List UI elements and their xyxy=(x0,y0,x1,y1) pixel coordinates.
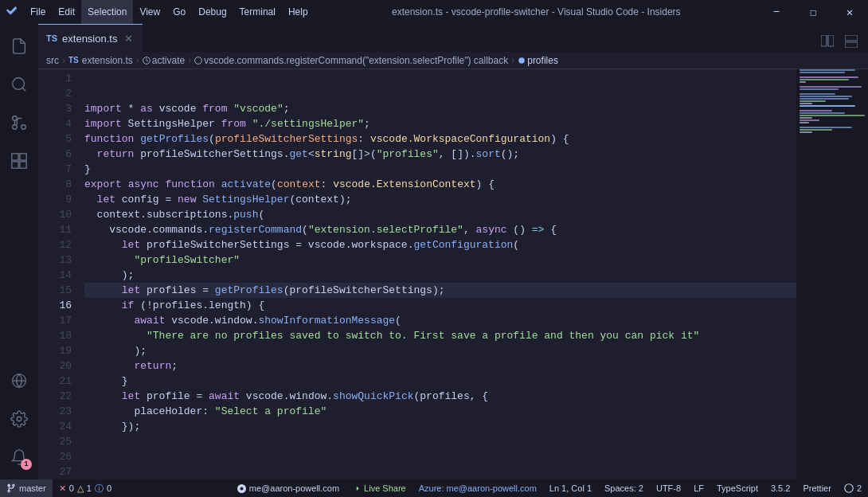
code-editor: 1234567891011121314151617181920212223242… xyxy=(38,69,868,479)
cursor-position[interactable]: Ln 1, Col 1 xyxy=(543,479,598,497)
line-ending-label: LF xyxy=(694,483,704,493)
svg-point-4 xyxy=(13,125,18,130)
menu-help[interactable]: Help xyxy=(282,0,315,24)
svg-point-17 xyxy=(845,484,854,493)
close-button[interactable]: ✕ xyxy=(831,0,868,24)
code-line-19: await vscode.window.showInformationMessa… xyxy=(84,313,796,328)
ts-version-label: 3.5.2 xyxy=(771,483,790,493)
activity-notifications[interactable]: 1 xyxy=(0,438,38,476)
position-label: Ln 1, Col 1 xyxy=(549,483,592,493)
breadcrumb-filename[interactable]: extension.ts xyxy=(82,55,133,66)
remote-label: 2 xyxy=(857,483,862,493)
breadcrumb-activate[interactable]: activate xyxy=(143,55,185,66)
code-line-1: import * as vscode from "vscode"; xyxy=(84,101,796,116)
menu-debug[interactable]: Debug xyxy=(192,0,233,24)
git-branch[interactable]: master xyxy=(0,479,53,497)
formatter-label: Prettier xyxy=(803,483,831,493)
svg-point-3 xyxy=(13,116,18,121)
maximize-button[interactable]: ☐ xyxy=(795,0,831,24)
warning-number: 1 xyxy=(87,483,92,493)
breadcrumb-profiles[interactable]: profiles xyxy=(518,55,558,66)
menu-edit[interactable]: Edit xyxy=(52,0,81,24)
breadcrumb: src › TS extension.ts › activate › vscod… xyxy=(38,52,868,69)
activity-extensions[interactable] xyxy=(0,142,38,180)
code-line-23: } xyxy=(84,374,796,389)
activity-remote[interactable] xyxy=(0,362,38,400)
split-editor-button[interactable] xyxy=(817,31,838,52)
code-line-5: return profileSwitcherSettings.get<strin… xyxy=(84,147,796,162)
svg-rect-8 xyxy=(20,162,26,168)
azure-label: Azure: me@aaron-powell.com xyxy=(419,483,537,493)
git-branch-name: master xyxy=(19,483,46,493)
code-content[interactable]: import * as vscode from "vscode";import … xyxy=(78,69,796,479)
code-line-20: "There are no profiles saved to switch t… xyxy=(84,328,796,343)
minimize-button[interactable]: − xyxy=(758,0,795,24)
app-icon xyxy=(0,0,24,24)
code-line-9: let config = new SettingsHelper(context)… xyxy=(84,192,796,207)
code-line-6: } xyxy=(84,162,796,177)
svg-point-9 xyxy=(17,417,22,421)
code-line-26: placeHolder: "Select a profile" xyxy=(84,404,796,419)
editor-area: TS extension.ts ✕ src › TS extension.ts … xyxy=(38,24,868,479)
layout-button[interactable] xyxy=(841,31,862,52)
minimap-preview xyxy=(800,69,865,134)
activity-search[interactable] xyxy=(0,65,38,104)
code-line-27: }); xyxy=(84,419,796,434)
remote-connection[interactable]: 2 xyxy=(838,479,868,497)
menu-file[interactable]: File xyxy=(24,0,52,24)
menu-view[interactable]: View xyxy=(133,0,166,24)
menu-terminal[interactable]: Terminal xyxy=(233,0,282,24)
svg-rect-7 xyxy=(12,162,18,168)
notification-count: 1 xyxy=(21,459,32,470)
language-mode[interactable]: TypeScript xyxy=(710,479,764,497)
line-ending[interactable]: LF xyxy=(687,479,710,497)
svg-rect-5 xyxy=(12,154,18,160)
titlebar: File Edit Selection View Go Debug Termin… xyxy=(0,0,868,24)
svg-point-16 xyxy=(518,57,525,64)
tab-filename: extension.ts xyxy=(62,33,117,45)
spaces-label: Spaces: 2 xyxy=(604,483,643,493)
ts-version[interactable]: 3.5.2 xyxy=(764,479,796,497)
tab-bar: TS extension.ts ✕ xyxy=(38,24,868,52)
formatter[interactable]: Prettier xyxy=(796,479,837,497)
code-line-16: let profiles = getProfiles(profileSwitch… xyxy=(84,283,796,298)
main-layout: 1 TS extension.ts ✕ src › TS ex xyxy=(0,24,868,479)
line-numbers: 1234567891011121314151617181920212223242… xyxy=(38,69,78,479)
info-number: 0 xyxy=(107,483,111,493)
activity-settings[interactable] xyxy=(0,400,38,438)
indentation[interactable]: Spaces: 2 xyxy=(598,479,650,497)
live-share-label: Live Share xyxy=(364,483,406,493)
menu-go[interactable]: Go xyxy=(166,0,192,24)
svg-point-2 xyxy=(22,125,26,130)
minimap xyxy=(796,69,868,479)
breadcrumb-register-command[interactable]: vscode.commands.registerCommand("extensi… xyxy=(194,55,508,66)
svg-line-1 xyxy=(22,88,25,91)
code-line-25: let profile = await vscode.window.showQu… xyxy=(84,389,796,404)
svg-rect-12 xyxy=(845,35,858,41)
tab-close-button[interactable]: ✕ xyxy=(122,32,135,45)
code-line-13: let profileSwitcherSettings = vscode.wor… xyxy=(84,237,796,252)
status-left: master ✕ 0 △ 1 ⓘ 0 xyxy=(0,479,118,497)
language-label: TypeScript xyxy=(717,483,758,493)
svg-point-15 xyxy=(195,57,202,64)
svg-rect-10 xyxy=(821,35,827,46)
activity-explorer[interactable] xyxy=(0,27,38,65)
activity-git[interactable] xyxy=(0,104,38,142)
git-user[interactable]: me@aaron-powell.com xyxy=(231,479,346,497)
svg-rect-13 xyxy=(845,42,858,48)
code-line-2: import SettingsHelper from "./settingsHe… xyxy=(84,116,796,131)
menu-selection[interactable]: Selection xyxy=(81,0,133,24)
git-user-name: me@aaron-powell.com xyxy=(249,483,339,493)
titlebar-title: extension.ts - vscode-profile-switcher -… xyxy=(392,6,681,18)
code-line-8: export async function activate(context: … xyxy=(84,177,796,192)
tab-language-icon: TS xyxy=(46,33,57,43)
file-encoding[interactable]: UTF-8 xyxy=(650,479,687,497)
encoding-label: UTF-8 xyxy=(656,483,681,493)
azure-account[interactable]: Azure: me@aaron-powell.com xyxy=(412,479,543,497)
breadcrumb-src[interactable]: src xyxy=(46,55,59,66)
live-share[interactable]: Live Share xyxy=(346,479,412,497)
code-line-12: vscode.commands.registerCommand("extensi… xyxy=(84,222,796,237)
status-right: me@aaron-powell.com Live Share Azure: me… xyxy=(231,479,868,497)
tab-extension-ts[interactable]: TS extension.ts ✕ xyxy=(38,24,143,52)
error-count[interactable]: ✕ 0 △ 1 ⓘ 0 xyxy=(53,479,118,497)
